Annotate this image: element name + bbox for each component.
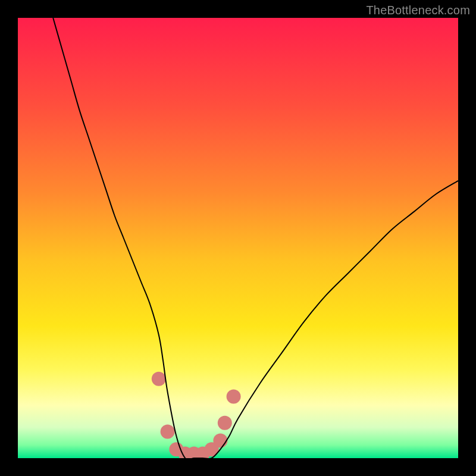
watermark-text: TheBottleneck.com [366, 4, 470, 17]
bottleneck-curve [53, 18, 458, 458]
plot-area [18, 18, 458, 458]
highlight-dot [227, 389, 241, 403]
chart-frame: TheBottleneck.com [0, 0, 476, 476]
highlight-dot [152, 372, 166, 386]
highlight-dot [213, 433, 227, 447]
highlight-dot [161, 425, 175, 439]
highlight-dots [152, 372, 241, 458]
highlight-dot [218, 416, 232, 430]
curve-layer [18, 18, 458, 458]
